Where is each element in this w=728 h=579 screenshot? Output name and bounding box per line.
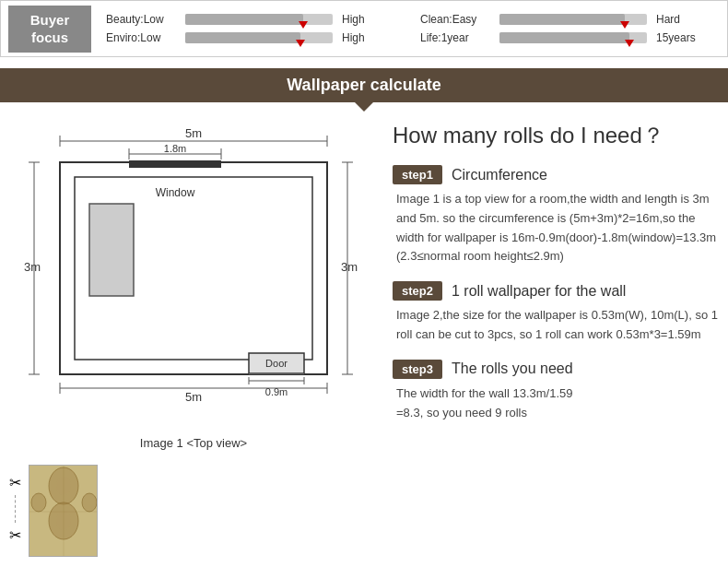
life-fill — [499, 32, 629, 43]
clean-track — [499, 14, 647, 25]
top-dim-label: 5m — [185, 126, 202, 140]
svg-rect-8 — [129, 160, 221, 168]
life-end-label: 15years — [656, 31, 696, 44]
step3-title: The rolls you need — [452, 360, 573, 377]
step1-badge: step1 — [393, 165, 442, 184]
life-track-wrap — [499, 32, 647, 43]
enviro-thumb — [296, 40, 305, 47]
diagram-caption: Image 1 <Top view> — [9, 436, 378, 450]
clean-thumb — [620, 21, 629, 29]
slider-row-beauty: Beauty:Low High — [106, 13, 405, 26]
left-dim-label: 3m — [24, 260, 41, 274]
svg-point-28 — [82, 493, 97, 512]
step3-header: step3 The rolls you need — [393, 360, 719, 379]
scissors-section: ✂ ✂ — [9, 474, 21, 544]
door-label: Door — [265, 358, 288, 369]
enviro-track-wrap — [185, 32, 333, 43]
step1-header: step1 Circumference — [393, 165, 719, 184]
beauty-track-wrap — [185, 14, 333, 25]
svg-rect-9 — [89, 204, 134, 296]
step3-body: The width for the wall 13.3m/1.59 =8.3, … — [393, 384, 719, 423]
step2-header: step2 1 roll wallpaper for the wall — [393, 281, 719, 301]
top-bar: Buyer focus Beauty:Low High Enviro:Low H… — [0, 0, 728, 57]
buyer-focus-line1: Buyer — [30, 12, 70, 28]
step2-title: 1 roll wallpaper for the wall — [452, 283, 626, 300]
step2-badge: step2 — [393, 281, 442, 301]
clean-fill — [499, 14, 625, 25]
scissors-bottom-icon: ✂ — [9, 526, 21, 544]
step3-line1: The width for the wall 13.3m/1.59 — [396, 386, 573, 400]
step1-body: Image 1 is a top view for a room,the wid… — [393, 190, 719, 266]
step1-block: step1 Circumference Image 1 is a top vie… — [393, 165, 719, 266]
caption-text: Image 1 <Top view> — [140, 436, 247, 450]
slider-row-clean: Clean:Easy Hard — [420, 13, 720, 26]
life-thumb — [625, 40, 634, 47]
slider-row-life: Life:1year 15years — [420, 31, 720, 44]
section-header-title: Wallpaper calculate — [287, 76, 440, 94]
svg-point-27 — [31, 493, 46, 512]
bottom-dim-label: 5m — [185, 390, 202, 404]
beauty-track — [185, 14, 333, 25]
how-many-title: How many rolls do I need？ — [393, 121, 719, 150]
scissors-top-icon: ✂ — [9, 474, 21, 491]
beauty-label: Beauty:Low — [106, 13, 180, 26]
enviro-end-label: High — [342, 31, 365, 44]
enviro-track — [185, 32, 333, 43]
step3-block: step3 The rolls you need The width for t… — [393, 360, 719, 423]
beauty-fill — [185, 14, 303, 25]
clean-end-label: Hard — [656, 13, 680, 26]
scissors-line1 — [15, 495, 16, 523]
step1-title: Circumference — [452, 167, 547, 183]
step3-badge: step3 — [393, 360, 442, 379]
door-dim-label: 0.9m — [265, 386, 288, 397]
clean-track-wrap — [499, 14, 647, 25]
diagram-section: 5m 1.8m Window Door 3m — [9, 121, 378, 557]
right-dim-label: 3m — [341, 260, 358, 274]
life-label: Life:1year — [420, 31, 494, 44]
wallpaper-image — [29, 465, 98, 557]
step2-body: Image 2,the size for the wallpaper is 0.… — [393, 306, 719, 345]
slider-row-enviro: Enviro:Low High — [106, 31, 405, 44]
clean-label: Clean:Easy — [420, 13, 494, 26]
room-diagram-svg: 5m 1.8m Window Door 3m — [23, 121, 364, 407]
enviro-fill — [185, 32, 300, 43]
wallpaper-preview: ✂ ✂ — [9, 465, 378, 557]
wallpaper-pattern-svg — [29, 466, 98, 557]
buyer-focus-line2: focus — [31, 30, 68, 45]
beauty-end-label: High — [342, 13, 365, 26]
step2-block: step2 1 roll wallpaper for the wall Imag… — [393, 281, 719, 345]
step3-line2: =8.3, so you need 9 rolls — [396, 406, 527, 419]
sliders-left: Beauty:Low High Enviro:Low High — [106, 13, 405, 44]
section-header: Wallpaper calculate — [0, 68, 728, 102]
window-dim-label: 1.8m — [164, 143, 186, 154]
main-content: 5m 1.8m Window Door 3m — [0, 102, 728, 566]
buyer-focus-box: Buyer focus — [8, 6, 91, 53]
life-track — [499, 32, 647, 43]
window-label: Window — [156, 186, 195, 199]
sliders-right: Clean:Easy Hard Life:1year 15years — [420, 13, 720, 44]
enviro-label: Enviro:Low — [106, 31, 180, 44]
beauty-thumb — [299, 21, 308, 29]
instructions-section: How many rolls do I need？ step1 Circumfe… — [393, 121, 719, 557]
